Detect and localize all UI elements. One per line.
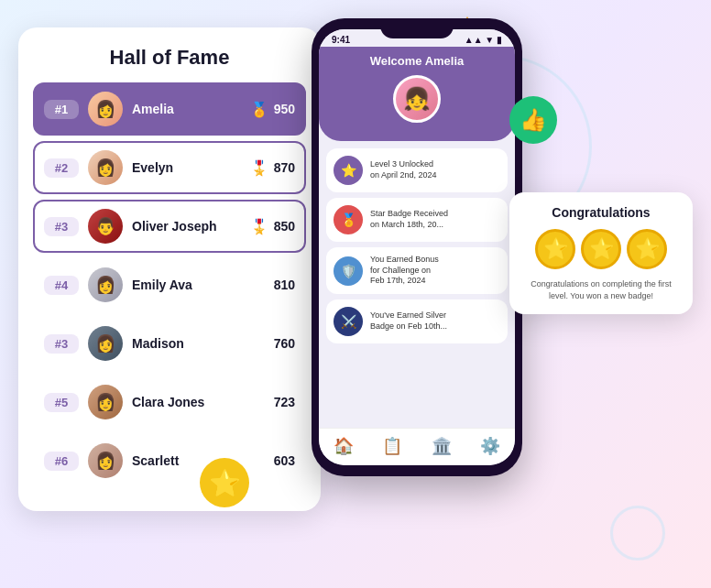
avatar: 👩 (88, 267, 123, 302)
player-name: Oliver Joseph (132, 219, 250, 234)
leaderboard-row[interactable]: #1 👩 Amelia 🏅 950 (33, 82, 306, 136)
activity-item[interactable]: ⚔️ You've Earned SilverBadge on Feb 10th… (326, 299, 508, 343)
hall-of-fame-title: Hall of Fame (33, 46, 306, 70)
welcome-text: Welcome Amelia (332, 54, 502, 68)
status-icons: ▲▲ ▼ ▮ (465, 35, 502, 45)
phone-header: Welcome Amelia 👧 (319, 47, 515, 141)
avatar: 👩 (88, 443, 123, 478)
star-icon-1: ⭐ (535, 229, 575, 269)
activity-text: Level 3 Unlockedon April 2nd, 2024 (370, 159, 437, 180)
congrats-popup: Congratulations ⭐ ⭐ ⭐ Congratulations on… (509, 192, 693, 314)
bottom-nav: 🏠 📋 🏛️ ⚙️ (319, 428, 515, 465)
player-score: 603 (274, 453, 295, 468)
nav-activity-icon[interactable]: 📋 (382, 436, 402, 456)
rank-badge: #1 (44, 100, 79, 119)
rank-badge: #3 (44, 217, 79, 236)
avatar: 👩 (88, 326, 123, 361)
leaderboard-row[interactable]: #2 👩 Evelyn 🎖️ 870 (33, 141, 306, 194)
congrats-title: Congratulations (522, 205, 680, 220)
avatar: 👨 (88, 209, 123, 244)
avatar: 👩 (88, 92, 123, 126)
star-icon-3: ⭐ (627, 229, 667, 269)
player-name: Clara Jones (132, 395, 274, 409)
star-icon-2: ⭐ (581, 229, 621, 269)
leaderboard-row[interactable]: #5 👩 Clara Jones 723 (33, 376, 306, 429)
player-score: 870 (274, 160, 295, 175)
phone-body: 9:41 ▲▲ ▼ ▮ Welcome Amelia 👧 ⭐ Level 3 U… (312, 18, 522, 476)
activity-text: You've Earned SilverBadge on Feb 10th... (370, 310, 447, 332)
medal-icon: 🎖️ (250, 159, 268, 177)
activity-item[interactable]: ⭐ Level 3 Unlockedon April 2nd, 2024 (326, 148, 508, 192)
player-name: Amelia (132, 102, 250, 116)
medal-icon: 🎖️ (250, 218, 268, 235)
activity-feed: ⭐ Level 3 Unlockedon April 2nd, 2024 🏅 S… (319, 141, 515, 449)
activity-icon: ⭐ (334, 156, 363, 185)
activity-icon: 🛡️ (334, 256, 363, 286)
rank-badge: #6 (44, 452, 79, 471)
player-score: 950 (274, 102, 295, 116)
player-score: 810 (274, 278, 295, 292)
hall-of-fame-card: Hall of Fame #1 👩 Amelia 🏅 950 #2 👩 Evel… (18, 27, 321, 511)
nav-home-icon[interactable]: 🏠 (334, 436, 354, 456)
player-name: Scarlett (132, 453, 274, 468)
phone-mockup: 9:41 ▲▲ ▼ ▮ Welcome Amelia 👧 ⭐ Level 3 U… (312, 18, 522, 476)
activity-text: You Earned Bonusfor Challenge onFeb 17th… (370, 255, 439, 287)
thumbs-up-icon: 👍 (509, 96, 557, 144)
avatar: 👩 (88, 385, 123, 419)
rank-badge: #2 (44, 158, 79, 178)
activity-text: Star Badge Receivedon March 18th, 20... (370, 209, 448, 230)
avatar: 👩 (88, 150, 123, 185)
medal-icon: 🏅 (250, 101, 268, 118)
activity-item[interactable]: 🛡️ You Earned Bonusfor Challenge onFeb 1… (326, 247, 508, 294)
phone-notch (380, 18, 454, 38)
rank-badge: #3 (44, 334, 79, 354)
circle-decoration (610, 506, 665, 561)
player-name: Madison (132, 336, 274, 351)
star-decoration: ⭐ (200, 458, 249, 507)
leaderboard-row[interactable]: #4 👩 Emily Ava 810 (33, 258, 306, 311)
nav-leaderboard-icon[interactable]: 🏛️ (432, 436, 452, 456)
leaderboard-row[interactable]: #3 👨 Oliver Joseph 🎖️ 850 (33, 200, 306, 253)
stars-row: ⭐ ⭐ ⭐ (522, 229, 680, 269)
player-score: 850 (274, 219, 295, 234)
activity-item[interactable]: 🏅 Star Badge Receivedon March 18th, 20..… (326, 198, 508, 242)
activity-icon: ⚔️ (334, 307, 363, 336)
leaderboard-row[interactable]: #3 👩 Madison 760 (33, 317, 306, 370)
player-score: 723 (274, 395, 295, 409)
user-avatar: 👧 (393, 75, 441, 123)
activity-icon: 🏅 (334, 205, 363, 234)
player-name: Emily Ava (132, 278, 274, 292)
leaderboard-row[interactable]: #6 👩 Scarlett 603 (33, 434, 306, 487)
congrats-description: Congratulations on completing the first … (522, 278, 680, 301)
rank-badge: #4 (44, 276, 79, 295)
status-time: 9:41 (332, 35, 350, 45)
rank-badge: #5 (44, 393, 79, 412)
player-name: Evelyn (132, 160, 250, 175)
phone-screen: 9:41 ▲▲ ▼ ▮ Welcome Amelia 👧 ⭐ Level 3 U… (319, 29, 515, 465)
player-score: 760 (274, 336, 295, 351)
nav-settings-icon[interactable]: ⚙️ (480, 436, 500, 456)
